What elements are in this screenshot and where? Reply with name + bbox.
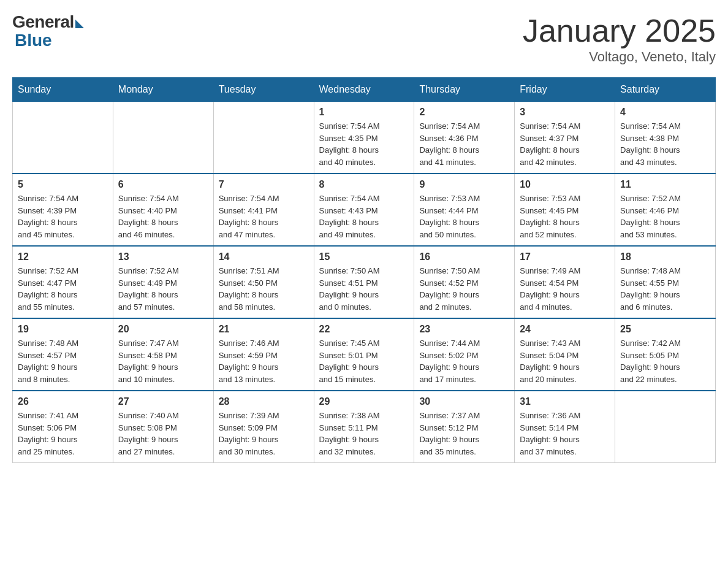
day-info: Sunrise: 7:54 AM Sunset: 4:43 PM Dayligh…	[319, 193, 409, 240]
day-number: 8	[319, 179, 409, 190]
logo: General Blue	[12, 12, 84, 50]
day-number: 5	[18, 179, 108, 190]
calendar-cell: 11Sunrise: 7:52 AM Sunset: 4:46 PM Dayli…	[615, 174, 716, 246]
calendar-cell	[213, 102, 314, 174]
calendar-cell: 26Sunrise: 7:41 AM Sunset: 5:06 PM Dayli…	[13, 391, 113, 463]
calendar-title: January 2025	[523, 12, 716, 49]
week-row-3: 12Sunrise: 7:52 AM Sunset: 4:47 PM Dayli…	[13, 246, 716, 318]
day-number: 10	[520, 179, 610, 190]
calendar-body: 1Sunrise: 7:54 AM Sunset: 4:35 PM Daylig…	[13, 102, 716, 463]
day-info: Sunrise: 7:43 AM Sunset: 5:04 PM Dayligh…	[520, 337, 610, 385]
calendar-cell: 16Sunrise: 7:50 AM Sunset: 4:52 PM Dayli…	[414, 246, 515, 318]
weekday-header-monday: Monday	[113, 78, 213, 102]
calendar-cell: 25Sunrise: 7:42 AM Sunset: 5:05 PM Dayli…	[615, 318, 716, 391]
day-info: Sunrise: 7:36 AM Sunset: 5:14 PM Dayligh…	[520, 410, 610, 458]
day-number: 18	[620, 251, 710, 262]
week-row-5: 26Sunrise: 7:41 AM Sunset: 5:06 PM Dayli…	[13, 391, 716, 463]
calendar-cell: 19Sunrise: 7:48 AM Sunset: 4:57 PM Dayli…	[13, 318, 113, 391]
day-number: 4	[620, 107, 710, 118]
calendar-cell: 20Sunrise: 7:47 AM Sunset: 4:58 PM Dayli…	[113, 318, 213, 391]
weekday-header-thursday: Thursday	[414, 78, 515, 102]
weekday-header-saturday: Saturday	[615, 78, 716, 102]
day-info: Sunrise: 7:50 AM Sunset: 4:51 PM Dayligh…	[319, 265, 409, 313]
calendar-cell: 27Sunrise: 7:40 AM Sunset: 5:08 PM Dayli…	[113, 391, 213, 463]
calendar-cell: 28Sunrise: 7:39 AM Sunset: 5:09 PM Dayli…	[213, 391, 314, 463]
day-number: 15	[319, 251, 409, 262]
day-info: Sunrise: 7:54 AM Sunset: 4:38 PM Dayligh…	[620, 120, 710, 168]
calendar-table: SundayMondayTuesdayWednesdayThursdayFrid…	[12, 77, 716, 463]
weekday-header-tuesday: Tuesday	[213, 78, 314, 102]
day-info: Sunrise: 7:54 AM Sunset: 4:39 PM Dayligh…	[18, 193, 108, 240]
calendar-cell: 5Sunrise: 7:54 AM Sunset: 4:39 PM Daylig…	[13, 174, 113, 246]
day-info: Sunrise: 7:54 AM Sunset: 4:41 PM Dayligh…	[219, 193, 309, 240]
day-info: Sunrise: 7:37 AM Sunset: 5:12 PM Dayligh…	[419, 410, 509, 458]
calendar-subtitle: Voltago, Veneto, Italy	[523, 49, 716, 65]
day-info: Sunrise: 7:47 AM Sunset: 4:58 PM Dayligh…	[118, 337, 208, 385]
day-info: Sunrise: 7:54 AM Sunset: 4:36 PM Dayligh…	[419, 120, 509, 168]
calendar-cell: 8Sunrise: 7:54 AM Sunset: 4:43 PM Daylig…	[314, 174, 414, 246]
calendar-cell: 6Sunrise: 7:54 AM Sunset: 4:40 PM Daylig…	[113, 174, 213, 246]
day-info: Sunrise: 7:48 AM Sunset: 4:57 PM Dayligh…	[18, 337, 108, 385]
calendar-cell: 12Sunrise: 7:52 AM Sunset: 4:47 PM Dayli…	[13, 246, 113, 318]
calendar-cell	[13, 102, 113, 174]
day-number: 30	[419, 396, 509, 407]
day-number: 12	[18, 251, 108, 262]
day-info: Sunrise: 7:54 AM Sunset: 4:37 PM Dayligh…	[520, 120, 610, 168]
day-number: 24	[520, 324, 610, 335]
calendar-cell: 22Sunrise: 7:45 AM Sunset: 5:01 PM Dayli…	[314, 318, 414, 391]
day-number: 23	[419, 324, 509, 335]
weekday-header-row: SundayMondayTuesdayWednesdayThursdayFrid…	[13, 78, 716, 102]
day-number: 3	[520, 107, 610, 118]
day-number: 29	[319, 396, 409, 407]
calendar-cell	[113, 102, 213, 174]
day-info: Sunrise: 7:52 AM Sunset: 4:49 PM Dayligh…	[118, 265, 208, 313]
calendar-cell: 18Sunrise: 7:48 AM Sunset: 4:55 PM Dayli…	[615, 246, 716, 318]
day-info: Sunrise: 7:42 AM Sunset: 5:05 PM Dayligh…	[620, 337, 710, 385]
logo-arrow-icon	[75, 20, 84, 28]
calendar-cell: 14Sunrise: 7:51 AM Sunset: 4:50 PM Dayli…	[213, 246, 314, 318]
weekday-header-sunday: Sunday	[13, 78, 113, 102]
day-info: Sunrise: 7:45 AM Sunset: 5:01 PM Dayligh…	[319, 337, 409, 385]
day-info: Sunrise: 7:46 AM Sunset: 4:59 PM Dayligh…	[219, 337, 309, 385]
calendar-cell: 17Sunrise: 7:49 AM Sunset: 4:54 PM Dayli…	[515, 246, 615, 318]
day-number: 28	[219, 396, 309, 407]
day-number: 9	[419, 179, 509, 190]
day-info: Sunrise: 7:50 AM Sunset: 4:52 PM Dayligh…	[419, 265, 509, 313]
calendar-cell: 7Sunrise: 7:54 AM Sunset: 4:41 PM Daylig…	[213, 174, 314, 246]
day-info: Sunrise: 7:52 AM Sunset: 4:47 PM Dayligh…	[18, 265, 108, 313]
day-number: 16	[419, 251, 509, 262]
day-number: 14	[219, 251, 309, 262]
day-info: Sunrise: 7:54 AM Sunset: 4:35 PM Dayligh…	[319, 120, 409, 168]
weekday-header-wednesday: Wednesday	[314, 78, 414, 102]
calendar-cell	[615, 391, 716, 463]
day-number: 6	[118, 179, 208, 190]
day-info: Sunrise: 7:54 AM Sunset: 4:40 PM Dayligh…	[118, 193, 208, 240]
day-number: 7	[219, 179, 309, 190]
calendar-cell: 21Sunrise: 7:46 AM Sunset: 4:59 PM Dayli…	[213, 318, 314, 391]
day-info: Sunrise: 7:53 AM Sunset: 4:45 PM Dayligh…	[520, 193, 610, 240]
day-number: 22	[319, 324, 409, 335]
calendar-cell: 9Sunrise: 7:53 AM Sunset: 4:44 PM Daylig…	[414, 174, 515, 246]
day-info: Sunrise: 7:49 AM Sunset: 4:54 PM Dayligh…	[520, 265, 610, 313]
day-info: Sunrise: 7:39 AM Sunset: 5:09 PM Dayligh…	[219, 410, 309, 458]
calendar-cell: 24Sunrise: 7:43 AM Sunset: 5:04 PM Dayli…	[515, 318, 615, 391]
calendar-cell: 10Sunrise: 7:53 AM Sunset: 4:45 PM Dayli…	[515, 174, 615, 246]
calendar-cell: 3Sunrise: 7:54 AM Sunset: 4:37 PM Daylig…	[515, 102, 615, 174]
day-number: 21	[219, 324, 309, 335]
page-header: General Blue January 2025 Voltago, Venet…	[12, 12, 716, 65]
day-info: Sunrise: 7:40 AM Sunset: 5:08 PM Dayligh…	[118, 410, 208, 458]
day-info: Sunrise: 7:51 AM Sunset: 4:50 PM Dayligh…	[219, 265, 309, 313]
calendar-cell: 30Sunrise: 7:37 AM Sunset: 5:12 PM Dayli…	[414, 391, 515, 463]
day-number: 1	[319, 107, 409, 118]
day-number: 25	[620, 324, 710, 335]
day-number: 27	[118, 396, 208, 407]
weekday-header-friday: Friday	[515, 78, 615, 102]
day-info: Sunrise: 7:52 AM Sunset: 4:46 PM Dayligh…	[620, 193, 710, 240]
calendar-header: SundayMondayTuesdayWednesdayThursdayFrid…	[13, 78, 716, 102]
day-number: 17	[520, 251, 610, 262]
calendar-cell: 31Sunrise: 7:36 AM Sunset: 5:14 PM Dayli…	[515, 391, 615, 463]
calendar-cell: 23Sunrise: 7:44 AM Sunset: 5:02 PM Dayli…	[414, 318, 515, 391]
calendar-cell: 4Sunrise: 7:54 AM Sunset: 4:38 PM Daylig…	[615, 102, 716, 174]
day-info: Sunrise: 7:53 AM Sunset: 4:44 PM Dayligh…	[419, 193, 509, 240]
day-info: Sunrise: 7:41 AM Sunset: 5:06 PM Dayligh…	[18, 410, 108, 458]
